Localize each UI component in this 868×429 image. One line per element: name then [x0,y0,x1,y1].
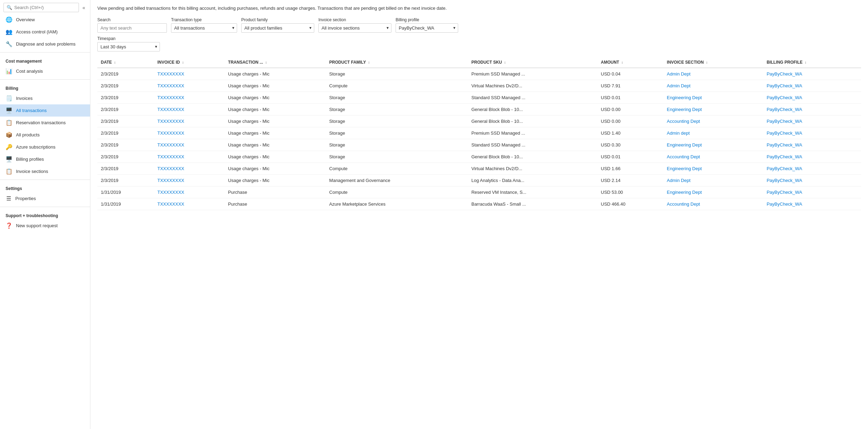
transaction-type-select[interactable]: All transactions Purchase Usage charges [171,23,237,33]
cell-billing-profile[interactable]: PayByCheck_WA [763,103,861,115]
cell-invoice-id[interactable]: TXXXXXXXX [154,139,225,151]
timespan-select[interactable]: Last 30 days Last 60 days Last 90 days C… [97,42,160,51]
cell-invoice-section[interactable]: Accounting Dept [663,115,763,127]
billing-profile-select[interactable]: PayByCheck_WA [396,23,458,33]
cell-invoice-section[interactable]: Admin Dept [663,80,763,92]
invoice-id-link[interactable]: TXXXXXXXX [157,190,184,195]
billing-profile-link[interactable]: PayByCheck_WA [766,154,802,159]
cell-invoice-section[interactable]: Engineering Dept [663,103,763,115]
cell-billing-profile[interactable]: PayByCheck_WA [763,115,861,127]
sidebar-item-cost-analysis[interactable]: 📊 Cost analysis [0,65,90,77]
billing-profile-link[interactable]: PayByCheck_WA [766,166,802,171]
col-header-billing-profile[interactable]: BILLING PROFILE ↕ [763,57,861,68]
col-header-invoice-section[interactable]: INVOICE SECTION ↕ [663,57,763,68]
cell-invoice-section[interactable]: Accounting Dept [663,198,763,210]
col-header-product-family[interactable]: PRODUCT FAMILY ↕ [326,57,468,68]
invoice-section-link[interactable]: Accounting Dept [667,201,700,207]
col-header-amount[interactable]: AMOUNT ↕ [598,57,664,68]
billing-profile-link[interactable]: PayByCheck_WA [766,190,802,195]
billing-profile-link[interactable]: PayByCheck_WA [766,107,802,112]
cell-billing-profile[interactable]: PayByCheck_WA [763,162,861,174]
invoice-section-link[interactable]: Accounting Dept [667,154,700,159]
sidebar-collapse-button[interactable]: « [81,3,87,12]
invoice-id-link[interactable]: TXXXXXXXX [157,95,184,100]
cell-invoice-id[interactable]: TXXXXXXXX [154,151,225,162]
cell-invoice-id[interactable]: TXXXXXXXX [154,174,225,186]
invoice-id-link[interactable]: TXXXXXXXX [157,83,184,88]
invoice-id-link[interactable]: TXXXXXXXX [157,154,184,159]
cell-billing-profile[interactable]: PayByCheck_WA [763,127,861,139]
invoice-id-link[interactable]: TXXXXXXXX [157,130,184,136]
invoice-section-link[interactable]: Engineering Dept [667,95,701,100]
cell-billing-profile[interactable]: PayByCheck_WA [763,68,861,80]
sidebar-item-access-control[interactable]: 👥 Access control (IAM) [0,26,90,38]
col-header-product-sku[interactable]: PRODUCT SKU ↕ [468,57,598,68]
col-header-transaction[interactable]: TRANSACTION ... ↕ [225,57,326,68]
product-family-select[interactable]: All product families Compute Storage [241,23,314,33]
sidebar-item-properties[interactable]: ☰ Properties [0,192,90,205]
billing-profile-link[interactable]: PayByCheck_WA [766,71,802,77]
cell-invoice-section[interactable]: Admin Dept [663,68,763,80]
billing-profile-link[interactable]: PayByCheck_WA [766,119,802,124]
invoice-id-link[interactable]: TXXXXXXXX [157,178,184,183]
cell-invoice-id[interactable]: TXXXXXXXX [154,115,225,127]
cell-invoice-section[interactable]: Engineering Dept [663,92,763,103]
cell-invoice-section[interactable]: Engineering Dept [663,162,763,174]
search-input[interactable] [97,23,167,33]
sidebar-search-box[interactable]: 🔍 [3,3,79,12]
invoice-section-link[interactable]: Engineering Dept [667,107,701,112]
cell-invoice-id[interactable]: TXXXXXXXX [154,68,225,80]
cell-invoice-id[interactable]: TXXXXXXXX [154,103,225,115]
cell-invoice-section[interactable]: Engineering Dept [663,186,763,198]
invoice-id-link[interactable]: TXXXXXXXX [157,142,184,148]
cell-invoice-section[interactable]: Admin dept [663,127,763,139]
invoice-section-link[interactable]: Admin Dept [667,83,690,88]
billing-profile-link[interactable]: PayByCheck_WA [766,201,802,207]
billing-profile-link[interactable]: PayByCheck_WA [766,178,802,183]
col-header-date[interactable]: DATE ↕ [97,57,154,68]
billing-profile-link[interactable]: PayByCheck_WA [766,130,802,136]
cell-billing-profile[interactable]: PayByCheck_WA [763,139,861,151]
billing-profile-link[interactable]: PayByCheck_WA [766,142,802,148]
invoice-section-select[interactable]: All invoice sections Admin Dept Engineer… [318,23,391,33]
sidebar-item-billing-profiles[interactable]: 🖥️ Billing profiles [0,153,90,165]
sidebar-item-all-products[interactable]: 📦 All products [0,129,90,141]
sidebar-item-diagnose[interactable]: 🔧 Diagnose and solve problems [0,38,90,50]
invoice-section-link[interactable]: Engineering Dept [667,190,701,195]
invoice-section-link[interactable]: Accounting Dept [667,119,700,124]
invoice-section-link[interactable]: Engineering Dept [667,166,701,171]
sidebar-item-overview[interactable]: 🌐 Overview [0,14,90,26]
invoice-section-link[interactable]: Engineering Dept [667,142,701,148]
cell-invoice-section[interactable]: Accounting Dept [663,151,763,162]
cell-invoice-id[interactable]: TXXXXXXXX [154,92,225,103]
invoice-section-link[interactable]: Admin Dept [667,178,690,183]
cell-invoice-id[interactable]: TXXXXXXXX [154,186,225,198]
cell-invoice-id[interactable]: TXXXXXXXX [154,80,225,92]
sidebar-item-invoice-sections[interactable]: 📋 Invoice sections [0,165,90,177]
invoice-id-link[interactable]: TXXXXXXXX [157,107,184,112]
invoice-id-link[interactable]: TXXXXXXXX [157,201,184,207]
sidebar-item-reservation-transactions[interactable]: 📋 Reservation transactions [0,117,90,129]
billing-profile-link[interactable]: PayByCheck_WA [766,83,802,88]
billing-profile-link[interactable]: PayByCheck_WA [766,95,802,100]
col-header-invoice-id[interactable]: INVOICE ID ↕ [154,57,225,68]
sidebar-item-invoices[interactable]: 🗒️ Invoices [0,92,90,104]
cell-billing-profile[interactable]: PayByCheck_WA [763,174,861,186]
cell-billing-profile[interactable]: PayByCheck_WA [763,92,861,103]
invoice-id-link[interactable]: TXXXXXXXX [157,71,184,77]
invoice-section-link[interactable]: Admin Dept [667,71,690,77]
cell-invoice-section[interactable]: Engineering Dept [663,139,763,151]
invoice-id-link[interactable]: TXXXXXXXX [157,119,184,124]
sidebar-item-azure-subscriptions[interactable]: 🔑 Azure subscriptions [0,141,90,153]
cell-invoice-id[interactable]: TXXXXXXXX [154,162,225,174]
cell-invoice-id[interactable]: TXXXXXXXX [154,198,225,210]
sidebar-item-all-transactions[interactable]: 🖥️ All transactions [0,104,90,117]
cell-invoice-section[interactable]: Admin Dept [663,174,763,186]
cell-billing-profile[interactable]: PayByCheck_WA [763,80,861,92]
cell-billing-profile[interactable]: PayByCheck_WA [763,198,861,210]
sidebar-item-new-support-request[interactable]: ❓ New support request [0,220,90,232]
cell-billing-profile[interactable]: PayByCheck_WA [763,151,861,162]
invoice-id-link[interactable]: TXXXXXXXX [157,166,184,171]
sidebar-search-input[interactable] [14,5,76,10]
cell-invoice-id[interactable]: TXXXXXXXX [154,127,225,139]
